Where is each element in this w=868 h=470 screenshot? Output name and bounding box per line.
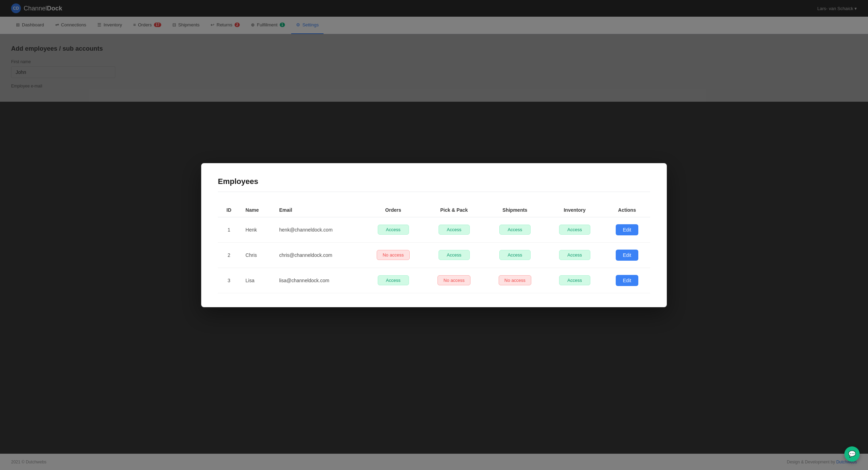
- cell-id: 1: [218, 217, 240, 242]
- shipments-badge-0[interactable]: Access: [499, 225, 531, 235]
- employees-table: ID Name Email Orders Pick & Pack Shipmen…: [218, 203, 650, 293]
- employees-modal: Employees ID Name Email Orders Pick & Pa…: [201, 163, 667, 307]
- cell-pick-pack: Access: [424, 217, 484, 242]
- col-pick-pack: Pick & Pack: [424, 203, 484, 217]
- cell-shipments: Access: [484, 217, 545, 242]
- cell-actions: Edit: [604, 242, 650, 268]
- shipments-badge-2[interactable]: No access: [499, 275, 532, 285]
- cell-email: chris@channeldock.com: [274, 242, 363, 268]
- inventory-badge-1[interactable]: Access: [559, 250, 590, 260]
- chat-bubble[interactable]: 💬: [844, 446, 860, 462]
- cell-inventory: Access: [545, 268, 604, 293]
- col-shipments: Shipments: [484, 203, 545, 217]
- pick-pack-badge-2[interactable]: No access: [437, 275, 470, 285]
- cell-actions: Edit: [604, 268, 650, 293]
- cell-pick-pack: Access: [424, 242, 484, 268]
- col-email: Email: [274, 203, 363, 217]
- table-body: 1 Henk henk@channeldock.com Access Acces…: [218, 217, 650, 293]
- orders-badge-2[interactable]: Access: [378, 275, 409, 285]
- edit-button-2[interactable]: Edit: [616, 275, 638, 286]
- table-row: 1 Henk henk@channeldock.com Access Acces…: [218, 217, 650, 242]
- pick-pack-badge-1[interactable]: Access: [439, 250, 470, 260]
- cell-pick-pack: No access: [424, 268, 484, 293]
- col-orders: Orders: [363, 203, 424, 217]
- cell-email: henk@channeldock.com: [274, 217, 363, 242]
- edit-button-0[interactable]: Edit: [616, 224, 638, 235]
- orders-badge-1[interactable]: No access: [377, 250, 410, 260]
- cell-id: 2: [218, 242, 240, 268]
- col-inventory: Inventory: [545, 203, 604, 217]
- modal-title: Employees: [218, 177, 650, 192]
- cell-name: Lisa: [240, 268, 274, 293]
- orders-badge-0[interactable]: Access: [378, 225, 409, 235]
- modal-overlay: Employees ID Name Email Orders Pick & Pa…: [0, 0, 868, 470]
- cell-shipments: Access: [484, 242, 545, 268]
- cell-id: 3: [218, 268, 240, 293]
- cell-inventory: Access: [545, 242, 604, 268]
- inventory-badge-2[interactable]: Access: [559, 275, 590, 285]
- pick-pack-badge-0[interactable]: Access: [439, 225, 470, 235]
- cell-orders: Access: [363, 217, 424, 242]
- cell-name: Henk: [240, 217, 274, 242]
- table-row: 2 Chris chris@channeldock.com No access …: [218, 242, 650, 268]
- cell-actions: Edit: [604, 217, 650, 242]
- cell-orders: Access: [363, 268, 424, 293]
- chat-icon: 💬: [848, 450, 856, 458]
- col-id: ID: [218, 203, 240, 217]
- edit-button-1[interactable]: Edit: [616, 250, 638, 261]
- inventory-badge-0[interactable]: Access: [559, 225, 590, 235]
- shipments-badge-1[interactable]: Access: [499, 250, 531, 260]
- cell-shipments: No access: [484, 268, 545, 293]
- table-header: ID Name Email Orders Pick & Pack Shipmen…: [218, 203, 650, 217]
- cell-email: lisa@channeldock.com: [274, 268, 363, 293]
- cell-inventory: Access: [545, 217, 604, 242]
- col-actions: Actions: [604, 203, 650, 217]
- col-name: Name: [240, 203, 274, 217]
- cell-orders: No access: [363, 242, 424, 268]
- header-row: ID Name Email Orders Pick & Pack Shipmen…: [218, 203, 650, 217]
- table-row: 3 Lisa lisa@channeldock.com Access No ac…: [218, 268, 650, 293]
- cell-name: Chris: [240, 242, 274, 268]
